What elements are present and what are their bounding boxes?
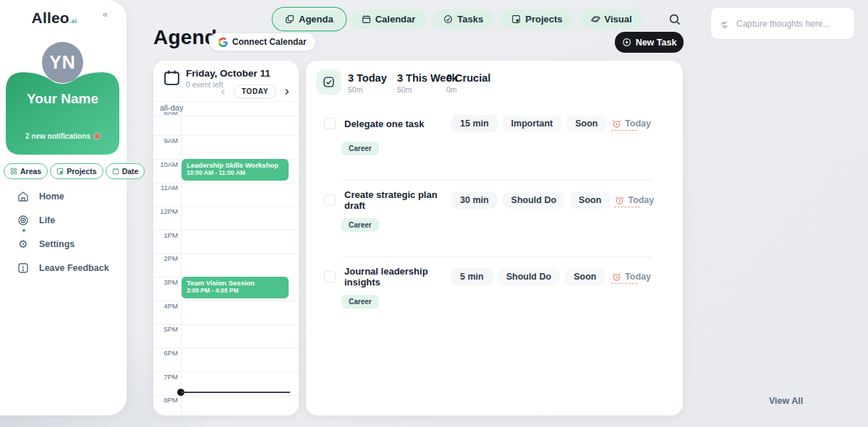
alarm-icon [615, 196, 624, 205]
calendar-event[interactable]: Leadership Skills Workshop 10:00 AM - 11… [182, 159, 289, 181]
time-label: 3PM [153, 278, 178, 286]
grid-line [153, 301, 299, 301]
tab-calendar[interactable]: Calendar [351, 9, 427, 29]
sidebar-item-home[interactable]: Home [17, 191, 109, 202]
filter-date-label: Date [122, 167, 139, 176]
new-task-button[interactable]: New Task [615, 32, 684, 53]
calendar-nav: TODAY [218, 85, 292, 98]
active-dot-icon [22, 229, 25, 232]
tab-agenda[interactable]: Agenda [274, 9, 344, 29]
calendar-icon [362, 14, 371, 24]
time-label: 12PM [153, 207, 178, 215]
connect-calendar-button[interactable]: Connect Calendar [209, 33, 316, 51]
task-title[interactable]: Create strategic plan draft [344, 189, 451, 211]
grid-icon [10, 168, 17, 175]
sidebar-item-feedback-label: Leave Feedback [39, 263, 109, 273]
time-label: 10AM [153, 160, 178, 168]
grid-line [153, 101, 299, 102]
summary-count: 3 Today [348, 72, 387, 84]
tab-agenda-label: Agenda [299, 14, 333, 25]
time-label: 9AM [153, 137, 178, 145]
tab-visual[interactable]: Visual [580, 9, 643, 29]
duration-pill[interactable]: 15 min [451, 115, 498, 132]
current-time-line [182, 392, 290, 393]
filter-projects[interactable]: Projects [50, 163, 103, 179]
sidebar-item-settings[interactable]: ⚙ Settings [17, 238, 109, 250]
task-tag[interactable]: Career [341, 295, 379, 309]
grid-line [153, 230, 299, 230]
view-all-link[interactable]: View All [769, 396, 803, 406]
priority-pill[interactable]: Important [503, 115, 562, 132]
chevron-right-icon[interactable] [281, 87, 292, 97]
sidebar-item-life-label: Life [39, 215, 55, 225]
task-checkbox[interactable] [324, 194, 336, 206]
event-title: Team Vision Session [187, 279, 284, 287]
main-nav: Agenda Calendar Tasks Projects Visual [274, 9, 643, 29]
check-square-icon [323, 76, 335, 88]
calendar-icon [163, 69, 181, 87]
visual-icon [591, 14, 600, 24]
sidebar-filters: Areas Projects Date [4, 163, 145, 179]
google-icon [218, 38, 228, 47]
task-row: Journal leadership insights 5 min Should… [306, 263, 683, 334]
user-card: YN Your Name 2 new notifications [6, 62, 119, 155]
tab-visual-label: Visual [605, 14, 632, 25]
filter-areas[interactable]: Areas [4, 163, 48, 179]
row-divider [342, 256, 652, 257]
urgency-pill[interactable]: Soon [565, 268, 605, 285]
time-label: 2PM [153, 254, 178, 262]
task-checkbox[interactable] [324, 271, 336, 282]
sidebar-collapse-icon[interactable]: « [103, 9, 108, 20]
tab-tasks[interactable]: Tasks [433, 9, 494, 29]
due-date[interactable]: Today [615, 195, 654, 205]
sidebar-item-feedback[interactable]: Leave Feedback [17, 262, 109, 274]
target-icon [17, 215, 29, 226]
row-divider [342, 180, 652, 181]
notification-dot-icon [95, 134, 100, 139]
duration-pill[interactable]: 5 min [451, 268, 493, 285]
tasks-panel: 3 Today 50m 3 This Week 50m 0 Crucial 0m… [306, 61, 683, 415]
sidebar-item-life[interactable]: Life [17, 215, 109, 226]
task-title[interactable]: Journal leadership insights [344, 266, 451, 288]
sidebar: Alleo.ai « YN Your Name 2 new notificati… [0, 0, 127, 415]
task-tag[interactable]: Career [341, 142, 379, 155]
new-task-label: New Task [636, 38, 677, 48]
alarm-icon [612, 272, 621, 282]
task-title[interactable]: Delegate one task [344, 118, 451, 129]
urgency-pill[interactable]: Soon [566, 115, 606, 132]
capture-input[interactable] [736, 19, 846, 29]
search-button[interactable] [668, 13, 683, 27]
time-label: 1PM [153, 231, 178, 239]
duration-pill[interactable]: 30 min [451, 191, 498, 209]
sidebar-item-home-label: Home [39, 191, 64, 202]
calendar-icon [112, 168, 119, 175]
grid-line [153, 371, 299, 372]
avatar[interactable]: YN [42, 42, 83, 83]
feedback-icon [17, 262, 29, 274]
time-label: 6PM [153, 349, 178, 357]
filter-date[interactable]: Date [106, 163, 145, 179]
urgency-pill[interactable]: Soon [570, 191, 610, 209]
time-label: 5PM [153, 325, 178, 333]
task-tag[interactable]: Career [341, 218, 379, 232]
chevron-left-icon[interactable] [218, 87, 229, 97]
alarm-icon [612, 119, 621, 129]
calendar-panel: Friday, October 11 0 event left TODAY al… [153, 61, 299, 415]
due-underline [614, 207, 640, 207]
summary-crucial[interactable]: 0 Crucial 0m [446, 72, 490, 94]
time-label: 8PM [153, 396, 178, 404]
priority-pill[interactable]: Should Do [498, 268, 561, 285]
today-button[interactable]: TODAY [234, 85, 276, 98]
tab-projects[interactable]: Projects [501, 9, 573, 29]
priority-pill[interactable]: Should Do [503, 191, 566, 209]
calendar-event[interactable]: Team Vision Session 3:00 PM - 4:00 PM [182, 277, 289, 298]
summary-today[interactable]: 3 Today 50m [348, 72, 387, 94]
task-checkbox[interactable] [324, 118, 336, 129]
projects-icon [511, 14, 521, 24]
home-icon [17, 191, 29, 202]
due-underline [611, 283, 637, 284]
connect-calendar-label: Connect Calendar [232, 37, 307, 47]
notifications[interactable]: 2 new notifications [6, 132, 119, 140]
due-date[interactable]: Today [612, 272, 651, 282]
due-date[interactable]: Today [612, 118, 651, 129]
